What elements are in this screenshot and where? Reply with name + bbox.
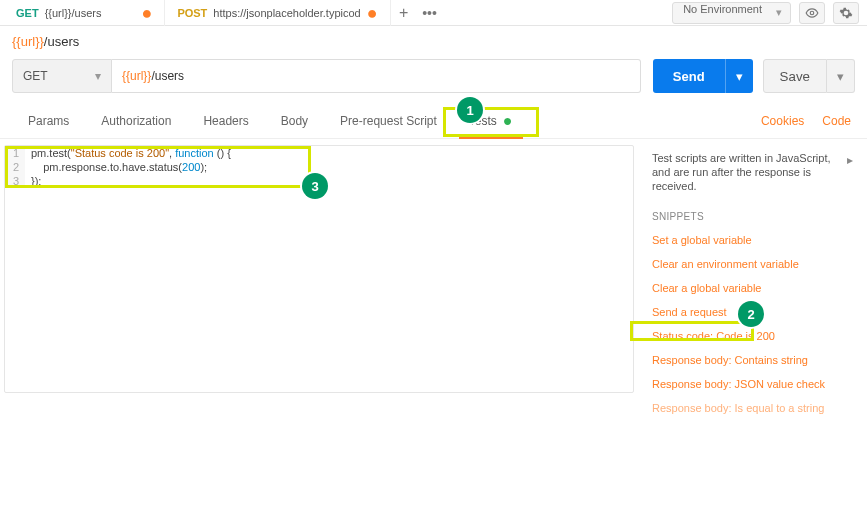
- request-row: GET {{url}}/users Send ▾ Save ▾: [0, 49, 867, 103]
- snippet-body-json[interactable]: Response body: JSON value check: [652, 378, 853, 390]
- tab-title: https://jsonplaceholder.typicod: [213, 7, 360, 19]
- add-tab-button[interactable]: +: [391, 4, 417, 22]
- url-input[interactable]: {{url}}/users: [112, 59, 641, 93]
- snippets-header: SNIPPETS: [652, 211, 853, 222]
- annotation-badge-3: 3: [302, 173, 328, 199]
- tab-prerequest[interactable]: Pre-request Script: [324, 103, 453, 139]
- settings-gear-icon[interactable]: [833, 2, 859, 24]
- svg-point-0: [810, 11, 814, 15]
- request-subtabs: Params Authorization Headers Body Pre-re…: [0, 103, 867, 139]
- tab-overflow-button[interactable]: •••: [417, 5, 443, 21]
- tab-authorization[interactable]: Authorization: [85, 103, 187, 139]
- tab-method: GET: [16, 7, 39, 19]
- annotation-highlight-2: [630, 321, 754, 341]
- send-options-button[interactable]: ▾: [725, 59, 753, 93]
- environment-quicklook-icon[interactable]: [799, 2, 825, 24]
- request-name: {{url}}/users: [12, 34, 79, 49]
- dirty-dot-icon: ●: [367, 9, 378, 17]
- dirty-dot-icon: ●: [142, 9, 153, 17]
- tab-bar: GET {{url}}/users ● POST https://jsonpla…: [0, 0, 867, 26]
- snippet-set-global[interactable]: Set a global variable: [652, 234, 853, 246]
- snippet-clear-env[interactable]: Clear an environment variable: [652, 258, 853, 270]
- tests-help-panel: Test scripts are written in JavaScript, …: [634, 145, 867, 426]
- tests-body: 1pm.test("Status code is 200", function …: [0, 139, 867, 426]
- tab-headers[interactable]: Headers: [187, 103, 264, 139]
- environment-select[interactable]: No Environment: [672, 2, 791, 24]
- save-options-button[interactable]: ▾: [827, 59, 855, 93]
- method-select[interactable]: GET: [12, 59, 112, 93]
- help-expand-icon[interactable]: ▸: [847, 151, 853, 167]
- help-text: Test scripts are written in JavaScript, …: [652, 151, 841, 193]
- code-link[interactable]: Code: [822, 114, 851, 128]
- request-tab-1[interactable]: GET {{url}}/users ●: [4, 0, 165, 26]
- annotation-badge-2: 2: [738, 301, 764, 327]
- tab-params[interactable]: Params: [12, 103, 85, 139]
- snippet-clear-global[interactable]: Clear a global variable: [652, 282, 853, 294]
- snippet-body-equal[interactable]: Response body: Is equal to a string: [652, 402, 853, 414]
- tab-method: POST: [177, 7, 207, 19]
- tab-body[interactable]: Body: [265, 103, 324, 139]
- save-button[interactable]: Save: [763, 59, 827, 93]
- request-tab-2[interactable]: POST https://jsonplaceholder.typicod ●: [165, 0, 390, 26]
- request-name-row: {{url}}/users: [0, 26, 867, 49]
- cookies-link[interactable]: Cookies: [761, 114, 804, 128]
- send-button[interactable]: Send: [653, 59, 725, 93]
- tab-title: {{url}}/users: [45, 7, 102, 19]
- snippet-body-contains[interactable]: Response body: Contains string: [652, 354, 853, 366]
- annotation-badge-1: 1: [457, 97, 483, 123]
